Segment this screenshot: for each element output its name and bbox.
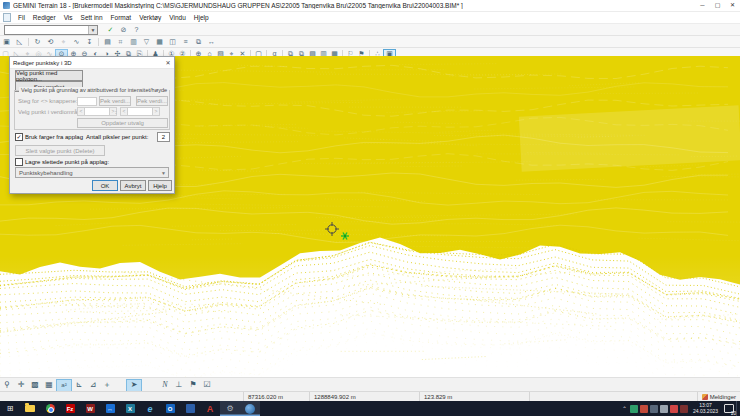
taskbar-autocad[interactable]: A <box>200 401 220 416</box>
checkbox-unchecked-icon[interactable] <box>15 158 23 166</box>
cancel-circle-icon[interactable]: ⊘ <box>117 25 130 35</box>
measure-plus-icon[interactable]: ＋ <box>100 379 114 391</box>
grid-cells-icon[interactable]: ▦ <box>153 37 166 47</box>
width-arrows-icon[interactable]: ↔ <box>205 37 218 47</box>
select-cursor-active-icon[interactable]: ➤ <box>126 379 142 392</box>
blue-app-icon <box>186 404 195 413</box>
range-max-increase-button[interactable]: > <box>152 107 160 116</box>
pixels-per-point-input[interactable]: 2 <box>157 132 170 142</box>
help-button[interactable]: Hjelp <box>148 180 172 191</box>
save-deleted-checkbox[interactable]: Lagre slettede punkt på applag: <box>15 158 109 166</box>
chrome-icon <box>46 404 55 413</box>
hatch-panel-icon[interactable]: ▥ <box>127 37 140 47</box>
flag-marker-icon[interactable]: ⚑ <box>186 379 200 391</box>
document-icon[interactable] <box>3 13 11 22</box>
cloud-fade-overlay <box>0 256 740 377</box>
cancel-button[interactable]: Avbryt <box>120 180 146 191</box>
close-icon[interactable]: ✕ <box>725 0 740 11</box>
tray-icon-1[interactable] <box>630 405 638 413</box>
taskbar-file-explorer[interactable] <box>20 401 40 416</box>
apply-check-icon[interactable]: ✓ <box>104 25 117 35</box>
use-layer-colors-checkbox[interactable]: ✓ Bruk farger fra applag <box>15 133 83 141</box>
range-separator: : <box>115 109 117 115</box>
set-square-icon[interactable]: ◺ <box>13 37 26 47</box>
delete-selected-button[interactable]: Slett valgte punkt (Delete) <box>15 145 105 156</box>
internet-explorer-icon: e <box>146 404 155 413</box>
viewport-frame-icon[interactable]: ▣ <box>0 37 13 47</box>
help-question-icon[interactable]: ? <box>130 25 143 35</box>
dialog-title-bar[interactable]: Rediger punktsky i 3D ✕ <box>10 57 174 69</box>
taskbar-settings-gear-app[interactable]: ⚙ <box>220 401 240 416</box>
range-max-input[interactable] <box>128 107 152 116</box>
tray-icon-4[interactable] <box>660 405 668 413</box>
list-lines-icon[interactable]: ≡ <box>179 37 192 47</box>
range-min-decrease-button[interactable]: < <box>77 107 85 116</box>
plumb-line-icon[interactable]: ⊥ <box>172 379 186 391</box>
maximize-icon[interactable]: ▢ <box>710 0 725 11</box>
rotate-icon[interactable]: ↻ <box>31 37 44 47</box>
dialog-close-icon[interactable]: ✕ <box>162 59 174 66</box>
slope-triangle-icon[interactable]: ⊿ <box>86 379 100 391</box>
select-polygon-button[interactable]: Velg punkt med polygon... <box>15 70 83 81</box>
taskbar-word-app[interactable]: W <box>80 401 100 416</box>
taskbar-outlook[interactable]: O <box>160 401 180 416</box>
checkbox-checked-icon[interactable]: ✓ <box>15 133 23 141</box>
range-max-decrease-button[interactable]: < <box>120 107 128 116</box>
layer-rows-icon[interactable]: ▤ <box>101 37 114 47</box>
tray-icon-6[interactable] <box>680 405 688 413</box>
taskbar-chrome[interactable] <box>40 401 60 416</box>
menu-hjelp[interactable]: Hjelp <box>190 12 213 23</box>
polyline-wave-icon[interactable]: ∿ <box>70 37 83 47</box>
range-min-input[interactable] <box>85 107 109 116</box>
menu-vis[interactable]: Vis <box>60 12 77 23</box>
split-panel-icon[interactable]: ◫ <box>166 37 179 47</box>
range-label: Velg punkt i verdiområde: <box>18 109 86 115</box>
update-selection-button[interactable]: Oppdater utvalg <box>77 118 168 128</box>
notification-badge: 20 <box>731 411 736 416</box>
menu-format[interactable]: Format <box>107 12 136 23</box>
zoom-magnifier-icon[interactable]: ⚲ <box>0 379 14 391</box>
snap-target-icon[interactable]: ⌖ <box>57 37 70 47</box>
action-center-button[interactable]: 20 <box>722 401 736 416</box>
menu-rediger[interactable]: Rediger <box>29 12 60 23</box>
taskbar-teamviewer[interactable]: ↔ <box>100 401 120 416</box>
grid-light-icon[interactable]: ▦ <box>42 379 56 391</box>
ok-button[interactable]: OK <box>92 180 118 191</box>
menu-fil[interactable]: Fil <box>14 12 29 23</box>
layer-combobox[interactable]: ▼ <box>4 25 98 35</box>
minimize-icon[interactable]: ─ <box>695 0 710 11</box>
menu-vindu[interactable]: Vindu <box>165 12 190 23</box>
show-desktop-button[interactable] <box>736 401 740 416</box>
taskbar-filezilla[interactable]: Fz <box>60 401 80 416</box>
dropdown-value: Punktskybehandling <box>16 170 159 176</box>
grid-dark-icon[interactable]: ▩ <box>28 379 42 391</box>
pick-value-button-2[interactable]: Pek verdi... <box>136 96 168 106</box>
filter-triangle-icon[interactable]: ▽ <box>140 37 153 47</box>
menu-sett-inn[interactable]: Sett inn <box>77 12 107 23</box>
tray-icon-5[interactable] <box>670 405 678 413</box>
chevron-down-icon[interactable]: ▼ <box>159 170 168 176</box>
taskbar-clock[interactable]: 13:07 24.03.2023 <box>693 403 718 414</box>
north-arrow-icon[interactable]: N <box>158 379 172 391</box>
step-input[interactable] <box>77 97 97 106</box>
start-button[interactable]: ⊞ <box>0 401 20 416</box>
pointcloud-layer-dropdown[interactable]: Punktskybehandling ▼ <box>15 167 169 178</box>
profile-angle-icon[interactable]: ⊾ <box>72 379 86 391</box>
pick-value-button-1[interactable]: Pek verdi... <box>99 96 131 106</box>
taskbar-gemini-app[interactable] <box>240 401 260 416</box>
taskbar-internet-explorer[interactable]: e <box>140 401 160 416</box>
pan-cross-icon[interactable]: ✛ <box>14 379 28 391</box>
point-labels-active-icon[interactable]: a² <box>56 379 72 392</box>
tray-icon-2[interactable] <box>640 405 648 413</box>
menu-verktoy[interactable]: Verktøy <box>135 12 165 23</box>
taskbar-blue-app[interactable] <box>180 401 200 416</box>
checkbox-done-icon[interactable]: ☑ <box>200 379 214 391</box>
download-point-icon[interactable]: ↧ <box>83 37 96 47</box>
grid-hash-icon[interactable]: ⌗ <box>114 37 127 47</box>
taskbar-spreadsheet[interactable]: X <box>120 401 140 416</box>
refresh-icon[interactable]: ⟲ <box>44 37 57 47</box>
tray-expand-icon[interactable]: ⌃ <box>622 405 627 412</box>
chevron-down-icon[interactable]: ▼ <box>88 26 97 34</box>
tray-icon-3[interactable] <box>650 405 658 413</box>
copy-frames-icon[interactable]: ⧉ <box>192 37 205 47</box>
